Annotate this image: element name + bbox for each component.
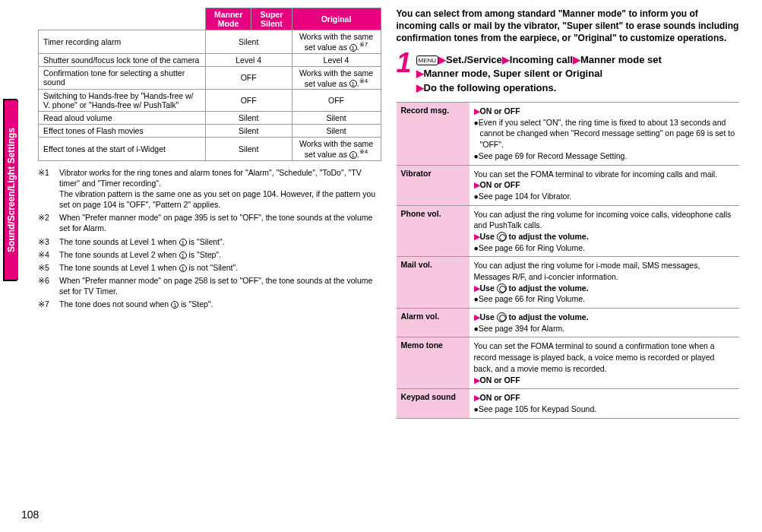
page-content: Manner Mode Super Silent Original Timer … <box>0 0 762 426</box>
note-text: The tone sounds at Level 1 when 1 is "Si… <box>59 236 381 247</box>
ops-body: You can set the FOMA terminal to sound a… <box>470 337 740 388</box>
mode-table-header-empty <box>39 8 206 30</box>
triangle-icon: ▶ <box>416 68 424 79</box>
ops-row: Alarm vol.▶Use to adjust the volume.●See… <box>397 309 740 337</box>
row-manner-super: Silent <box>205 125 292 138</box>
mode-table-header-original: Original <box>292 8 381 30</box>
row-original: Silent <box>292 125 381 138</box>
triangle-icon: ▶ <box>438 54 446 65</box>
ops-body: You can set the FOMA terminal to vibrate… <box>470 166 740 205</box>
table-row: Effect tones of Flash moviesSilentSilent <box>39 125 381 138</box>
row-original: Works with the same set value as 1.※7 <box>292 30 381 54</box>
note-text: The tone sounds at Level 2 when 1 is "St… <box>59 249 381 260</box>
menu-key-icon: MENU <box>416 55 439 66</box>
note-item: ※6When "Prefer manner mode" on page 258 … <box>38 275 381 296</box>
row-manner-super: OFF <box>205 90 292 112</box>
ops-body: You can adjust the ring volume for i-mod… <box>470 257 740 308</box>
step-seg-1: Set./Service <box>446 54 502 65</box>
note-text: When "Prefer manner mode" on page 258 is… <box>59 275 381 296</box>
row-original: Works with the same set value as 1.※4 <box>292 66 381 90</box>
row-manner-super: Silent <box>205 138 292 161</box>
ops-body: ▶ON or OFF●See page 105 for Keypad Sound… <box>470 389 740 417</box>
table-row: Effect tones at the start of i-WidgetSil… <box>39 138 381 161</box>
ops-row: Keypad sound▶ON or OFF●See page 105 for … <box>397 389 740 418</box>
note-text: Vibrator works for the ring tones and al… <box>59 167 381 211</box>
ops-row: Record msg.▶ON or OFF●Even if you select… <box>397 103 740 165</box>
note-text: The tone sounds at Level 1 when 1 is not… <box>59 262 381 273</box>
ops-row: Memo toneYou can set the FOMA terminal t… <box>397 337 740 389</box>
note-item: ※7The tone does not sound when 1 is "Ste… <box>38 299 381 309</box>
row-original: Level 4 <box>292 53 381 66</box>
mode-table-header-super: Super Silent <box>251 8 292 30</box>
right-column: You can select from among standard "Mann… <box>397 8 740 419</box>
row-original: Works with the same set value as 1.※4 <box>292 138 381 161</box>
table-row: Read aloud volumeSilentSilent <box>39 112 381 125</box>
step-1: 1 MENU▶Set./Service▶Incoming call▶Manner… <box>397 51 740 97</box>
table-row: Shutter sound/focus lock tone of the cam… <box>39 53 381 66</box>
note-marker: ※5 <box>38 262 59 273</box>
ops-body: You can adjust the ring volume for incom… <box>470 206 740 257</box>
mode-table-header-manner: Manner Mode <box>205 8 251 30</box>
table-row: Timer recording alarmSilentWorks with th… <box>39 30 381 54</box>
left-column: Manner Mode Super Silent Original Timer … <box>38 8 381 419</box>
page-number: 108 <box>21 508 39 521</box>
mode-table: Manner Mode Super Silent Original Timer … <box>38 8 381 161</box>
note-marker: ※1 <box>38 167 59 211</box>
row-label: Effect tones of Flash movies <box>39 125 206 138</box>
note-item: ※3The tone sounds at Level 1 when 1 is "… <box>38 236 381 247</box>
notes-block: ※1Vibrator works for the ring tones and … <box>38 167 381 310</box>
note-item: ※2When "Prefer manner mode" on page 395 … <box>38 212 381 233</box>
operations-table: Record msg.▶ON or OFF●Even if you select… <box>397 102 740 419</box>
ops-row: VibratorYou can set the FOMA terminal to… <box>397 166 740 206</box>
note-marker: ※6 <box>38 275 59 296</box>
note-marker: ※7 <box>38 299 59 309</box>
note-item: ※1Vibrator works for the ring tones and … <box>38 167 381 211</box>
side-tab-label: Sound/Screen/Light Settings <box>5 100 18 280</box>
ops-row: Phone vol.You can adjust the ring volume… <box>397 206 740 258</box>
triangle-icon: ▶ <box>416 82 424 93</box>
side-tab: Sound/Screen/Light Settings <box>3 99 18 281</box>
triangle-icon: ▶ <box>573 54 580 65</box>
step-line-2: Manner mode, Super silent or Original <box>424 68 603 79</box>
note-text: When "Prefer manner mode" on page 395 is… <box>59 212 381 233</box>
table-row: Switching to Hands-free by "Hands-free w… <box>39 90 381 112</box>
note-marker: ※2 <box>38 212 59 233</box>
ops-label: Record msg. <box>397 103 470 164</box>
row-manner-super: Silent <box>205 30 292 54</box>
ops-label: Phone vol. <box>397 206 470 257</box>
step-seg-3: Manner mode set <box>580 54 662 65</box>
row-label: Confirmation tone for selecting a shutte… <box>39 66 206 90</box>
note-item: ※5The tone sounds at Level 1 when 1 is n… <box>38 262 381 273</box>
step-body: MENU▶Set./Service▶Incoming call▶Manner m… <box>416 51 662 97</box>
row-label: Shutter sound/focus lock tone of the cam… <box>39 53 206 66</box>
ops-label: Vibrator <box>397 166 470 205</box>
row-manner-super: OFF <box>205 66 292 90</box>
table-row: Confirmation tone for selecting a shutte… <box>39 66 381 90</box>
ops-label: Alarm vol. <box>397 309 470 337</box>
note-item: ※4The tone sounds at Level 2 when 1 is "… <box>38 249 381 260</box>
step-seg-2: Incoming call <box>510 54 573 65</box>
note-marker: ※3 <box>38 236 59 247</box>
row-original: OFF <box>292 90 381 112</box>
row-manner-super: Silent <box>205 112 292 125</box>
ops-body: ▶Use to adjust the volume.●See page 394 … <box>470 309 740 337</box>
ops-label: Keypad sound <box>397 389 470 417</box>
note-marker: ※4 <box>38 249 59 260</box>
step-number: 1 <box>397 51 412 75</box>
ops-body: ▶ON or OFF●Even if you select "ON", the … <box>470 103 740 164</box>
row-original: Silent <box>292 112 381 125</box>
ops-row: Mail vol.You can adjust the ring volume … <box>397 257 740 309</box>
row-label: Timer recording alarm <box>39 30 206 54</box>
row-label: Read aloud volume <box>39 112 206 125</box>
ops-label: Memo tone <box>397 337 470 388</box>
intro-text: You can select from among standard "Mann… <box>397 8 740 45</box>
note-text: The tone does not sound when 1 is "Step"… <box>59 299 381 309</box>
ops-label: Mail vol. <box>397 257 470 308</box>
row-label: Switching to Hands-free by "Hands-free w… <box>39 90 206 112</box>
row-manner-super: Level 4 <box>205 53 292 66</box>
triangle-icon: ▶ <box>502 54 510 65</box>
row-label: Effect tones at the start of i-Widget <box>39 138 206 161</box>
step-line-3: Do the following operations. <box>424 82 557 93</box>
